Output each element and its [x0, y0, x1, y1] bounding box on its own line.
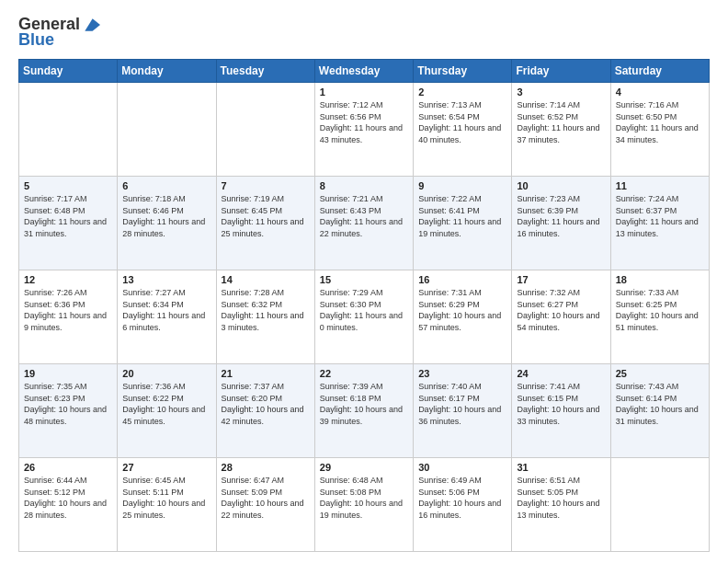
- calendar-cell: 15Sunrise: 7:29 AM Sunset: 6:30 PM Dayli…: [314, 270, 413, 364]
- day-info: Sunrise: 7:40 AM Sunset: 6:17 PM Dayligh…: [418, 381, 506, 427]
- day-info: Sunrise: 7:27 AM Sunset: 6:34 PM Dayligh…: [122, 287, 210, 333]
- calendar-cell: 24Sunrise: 7:41 AM Sunset: 6:15 PM Dayli…: [512, 364, 610, 458]
- calendar-cell: 12Sunrise: 7:26 AM Sunset: 6:36 PM Dayli…: [19, 270, 118, 364]
- logo-icon: [82, 16, 100, 34]
- day-info: Sunrise: 7:33 AM Sunset: 6:25 PM Dayligh…: [616, 287, 704, 333]
- day-number: 21: [222, 368, 310, 379]
- day-number: 1: [320, 86, 408, 98]
- calendar-cell: 14Sunrise: 7:28 AM Sunset: 6:32 PM Dayli…: [216, 270, 314, 364]
- weekday-header-tuesday: Tuesday: [216, 60, 314, 83]
- day-number: 28: [222, 462, 310, 473]
- calendar-cell: 25Sunrise: 7:43 AM Sunset: 6:14 PM Dayli…: [610, 364, 709, 458]
- weekday-header-monday: Monday: [118, 60, 216, 83]
- weekday-header-sunday: Sunday: [19, 60, 118, 83]
- day-number: 20: [122, 368, 210, 379]
- calendar-cell: 19Sunrise: 7:35 AM Sunset: 6:23 PM Dayli…: [19, 364, 118, 458]
- day-number: 23: [418, 368, 506, 379]
- day-number: 19: [24, 368, 112, 379]
- calendar-cell: 4Sunrise: 7:16 AM Sunset: 6:50 PM Daylig…: [610, 83, 709, 177]
- calendar-cell: 27Sunrise: 6:45 AM Sunset: 5:11 PM Dayli…: [118, 458, 216, 552]
- week-row-5: 26Sunrise: 6:44 AM Sunset: 5:12 PM Dayli…: [19, 458, 710, 552]
- calendar-cell: 10Sunrise: 7:23 AM Sunset: 6:39 PM Dayli…: [512, 177, 610, 270]
- day-info: Sunrise: 7:24 AM Sunset: 6:37 PM Dayligh…: [616, 193, 704, 239]
- day-number: 13: [122, 274, 210, 285]
- calendar-cell: [216, 83, 314, 177]
- calendar-cell: 11Sunrise: 7:24 AM Sunset: 6:37 PM Dayli…: [610, 177, 709, 270]
- calendar-cell: 31Sunrise: 6:51 AM Sunset: 5:05 PM Dayli…: [512, 458, 610, 552]
- calendar-cell: 3Sunrise: 7:14 AM Sunset: 6:52 PM Daylig…: [512, 83, 610, 177]
- day-number: 3: [517, 86, 605, 98]
- day-number: 9: [418, 180, 506, 191]
- calendar-cell: 6Sunrise: 7:18 AM Sunset: 6:46 PM Daylig…: [118, 177, 216, 270]
- day-info: Sunrise: 7:37 AM Sunset: 6:20 PM Dayligh…: [222, 381, 310, 427]
- day-info: Sunrise: 6:48 AM Sunset: 5:08 PM Dayligh…: [320, 475, 408, 521]
- calendar-cell: 23Sunrise: 7:40 AM Sunset: 6:17 PM Dayli…: [414, 364, 512, 458]
- calendar-cell: 8Sunrise: 7:21 AM Sunset: 6:43 PM Daylig…: [314, 177, 413, 270]
- day-info: Sunrise: 7:12 AM Sunset: 6:56 PM Dayligh…: [320, 99, 408, 145]
- day-info: Sunrise: 7:13 AM Sunset: 6:54 PM Dayligh…: [418, 99, 506, 145]
- day-info: Sunrise: 7:19 AM Sunset: 6:45 PM Dayligh…: [222, 193, 310, 239]
- day-number: 18: [616, 274, 704, 285]
- week-row-3: 12Sunrise: 7:26 AM Sunset: 6:36 PM Dayli…: [19, 270, 710, 364]
- calendar-cell: 13Sunrise: 7:27 AM Sunset: 6:34 PM Dayli…: [118, 270, 216, 364]
- calendar-cell: 9Sunrise: 7:22 AM Sunset: 6:41 PM Daylig…: [414, 177, 512, 270]
- day-info: Sunrise: 7:17 AM Sunset: 6:48 PM Dayligh…: [24, 193, 112, 239]
- day-number: 22: [320, 368, 408, 379]
- calendar-cell: 7Sunrise: 7:19 AM Sunset: 6:45 PM Daylig…: [216, 177, 314, 270]
- day-number: 6: [122, 180, 210, 191]
- header: General Blue: [18, 15, 710, 50]
- day-number: 11: [616, 180, 704, 191]
- day-info: Sunrise: 7:43 AM Sunset: 6:14 PM Dayligh…: [616, 381, 704, 427]
- calendar-cell: 2Sunrise: 7:13 AM Sunset: 6:54 PM Daylig…: [414, 83, 512, 177]
- logo: General Blue: [18, 15, 100, 50]
- svg-marker-0: [85, 18, 100, 30]
- day-number: 31: [517, 462, 605, 473]
- day-info: Sunrise: 7:39 AM Sunset: 6:18 PM Dayligh…: [320, 381, 408, 427]
- day-info: Sunrise: 6:47 AM Sunset: 5:09 PM Dayligh…: [222, 475, 310, 521]
- day-info: Sunrise: 6:45 AM Sunset: 5:11 PM Dayligh…: [122, 475, 210, 521]
- weekday-header-thursday: Thursday: [414, 60, 512, 83]
- calendar-cell: 21Sunrise: 7:37 AM Sunset: 6:20 PM Dayli…: [216, 364, 314, 458]
- day-info: Sunrise: 7:22 AM Sunset: 6:41 PM Dayligh…: [418, 193, 506, 239]
- day-number: 14: [222, 274, 310, 285]
- day-number: 26: [24, 462, 112, 473]
- day-info: Sunrise: 7:28 AM Sunset: 6:32 PM Dayligh…: [222, 287, 310, 333]
- day-number: 2: [418, 86, 506, 98]
- day-info: Sunrise: 7:14 AM Sunset: 6:52 PM Dayligh…: [517, 99, 605, 145]
- week-row-2: 5Sunrise: 7:17 AM Sunset: 6:48 PM Daylig…: [19, 177, 710, 270]
- page: General Blue SundayMondayTuesdayWednesda…: [0, 0, 728, 563]
- day-number: 25: [616, 368, 704, 379]
- day-number: 24: [517, 368, 605, 379]
- day-number: 30: [418, 462, 506, 473]
- calendar-table: SundayMondayTuesdayWednesdayThursdayFrid…: [18, 59, 710, 552]
- calendar-cell: 30Sunrise: 6:49 AM Sunset: 5:06 PM Dayli…: [414, 458, 512, 552]
- calendar-cell: 22Sunrise: 7:39 AM Sunset: 6:18 PM Dayli…: [314, 364, 413, 458]
- day-info: Sunrise: 7:31 AM Sunset: 6:29 PM Dayligh…: [418, 287, 506, 333]
- day-info: Sunrise: 7:32 AM Sunset: 6:27 PM Dayligh…: [517, 287, 605, 333]
- weekday-header-row: SundayMondayTuesdayWednesdayThursdayFrid…: [19, 60, 710, 83]
- day-info: Sunrise: 7:36 AM Sunset: 6:22 PM Dayligh…: [122, 381, 210, 427]
- calendar-cell: 1Sunrise: 7:12 AM Sunset: 6:56 PM Daylig…: [314, 83, 413, 177]
- weekday-header-friday: Friday: [512, 60, 610, 83]
- calendar-cell: [610, 458, 709, 552]
- day-info: Sunrise: 7:16 AM Sunset: 6:50 PM Dayligh…: [616, 99, 704, 145]
- day-number: 12: [24, 274, 112, 285]
- calendar-cell: 26Sunrise: 6:44 AM Sunset: 5:12 PM Dayli…: [19, 458, 118, 552]
- calendar-cell: 29Sunrise: 6:48 AM Sunset: 5:08 PM Dayli…: [314, 458, 413, 552]
- day-number: 7: [222, 180, 310, 191]
- calendar-cell: 20Sunrise: 7:36 AM Sunset: 6:22 PM Dayli…: [118, 364, 216, 458]
- calendar-cell: [118, 83, 216, 177]
- weekday-header-wednesday: Wednesday: [314, 60, 413, 83]
- calendar-cell: 5Sunrise: 7:17 AM Sunset: 6:48 PM Daylig…: [19, 177, 118, 270]
- calendar-cell: 16Sunrise: 7:31 AM Sunset: 6:29 PM Dayli…: [414, 270, 512, 364]
- week-row-4: 19Sunrise: 7:35 AM Sunset: 6:23 PM Dayli…: [19, 364, 710, 458]
- day-info: Sunrise: 7:35 AM Sunset: 6:23 PM Dayligh…: [24, 381, 112, 427]
- day-number: 5: [24, 180, 112, 191]
- day-info: Sunrise: 6:44 AM Sunset: 5:12 PM Dayligh…: [24, 475, 112, 521]
- day-info: Sunrise: 7:26 AM Sunset: 6:36 PM Dayligh…: [24, 287, 112, 333]
- day-info: Sunrise: 6:51 AM Sunset: 5:05 PM Dayligh…: [517, 475, 605, 521]
- day-info: Sunrise: 7:41 AM Sunset: 6:15 PM Dayligh…: [517, 381, 605, 427]
- calendar-cell: 18Sunrise: 7:33 AM Sunset: 6:25 PM Dayli…: [610, 270, 709, 364]
- day-number: 29: [320, 462, 408, 473]
- day-info: Sunrise: 6:49 AM Sunset: 5:06 PM Dayligh…: [418, 475, 506, 521]
